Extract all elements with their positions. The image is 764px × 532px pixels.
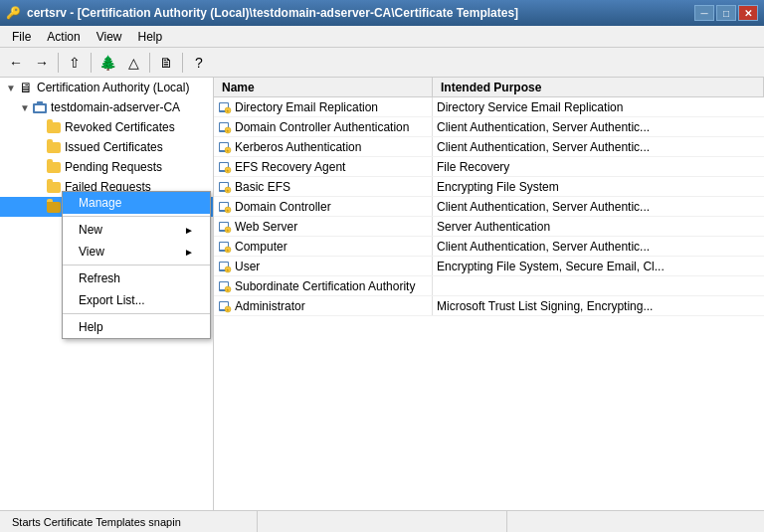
toolbar-separator xyxy=(58,53,59,73)
ctx-new[interactable]: New ► xyxy=(63,219,210,241)
list-item[interactable]: ★ Web Server Server Authentication xyxy=(214,217,764,237)
cert-name: Web Server xyxy=(235,220,297,234)
show-hide-tree-button[interactable]: 🌲 xyxy=(96,51,119,75)
folder-icon-pending xyxy=(46,159,62,175)
cell-name: ★ Domain Controller Authentication xyxy=(214,117,433,136)
ctx-new-arrow: ► xyxy=(184,225,194,236)
folder-icon-failed xyxy=(46,179,62,195)
tree-label-pending: Pending Requests xyxy=(65,160,162,174)
toolbar-separator-2 xyxy=(91,53,92,73)
cell-purpose: Microsoft Trust List Signing, Encrypting… xyxy=(433,296,764,315)
tree-item-pending[interactable]: ▶ Pending Requests xyxy=(0,157,213,177)
tree-ca-node[interactable]: ▼ testdomain-adserver-CA xyxy=(0,97,213,117)
title-bar-controls: ─ □ ✕ xyxy=(694,5,758,21)
cert-name: EFS Recovery Agent xyxy=(235,160,345,174)
list-item[interactable]: ★ Basic EFS Encrypting File System xyxy=(214,177,764,197)
spacer: ▶ xyxy=(32,120,46,134)
svg-text:★: ★ xyxy=(226,208,230,213)
tree-ca-label: testdomain-adserver-CA xyxy=(51,100,180,114)
up-button[interactable]: ⇧ xyxy=(63,51,87,75)
ctx-manage-label: Manage xyxy=(79,196,121,210)
cell-purpose: Server Authentication xyxy=(433,217,764,236)
ctx-manage[interactable]: Manage xyxy=(63,192,210,214)
cert-name: User xyxy=(235,260,260,273)
ca-icon xyxy=(32,99,48,115)
cell-purpose: Client Authentication, Server Authentic.… xyxy=(433,237,764,256)
tree-root[interactable]: ▼ 🖥 Certification Authority (Local) xyxy=(0,78,213,97)
menu-file[interactable]: File xyxy=(4,26,39,47)
menu-action[interactable]: Action xyxy=(39,26,88,47)
expand-icon-ca: ▼ xyxy=(18,100,32,114)
refresh-button[interactable]: △ xyxy=(121,51,145,75)
toolbar-separator-3 xyxy=(149,53,150,73)
svg-text:★: ★ xyxy=(226,228,230,233)
list-item[interactable]: ★ Kerberos Authentication Client Authent… xyxy=(214,137,764,157)
svg-rect-1 xyxy=(35,105,45,111)
svg-text:★: ★ xyxy=(226,267,230,272)
list-item[interactable]: ★ Administrator Microsoft Trust List Sig… xyxy=(214,296,764,316)
ctx-export[interactable]: Export List... xyxy=(63,289,210,311)
folder-icon-issued xyxy=(46,139,62,155)
cert-name: Directory Email Replication xyxy=(235,100,378,114)
app-icon: 🔑 xyxy=(6,6,21,20)
cert-name: Subordinate Certification Authority xyxy=(235,279,415,293)
close-button[interactable]: ✕ xyxy=(738,5,758,21)
ctx-view-label: View xyxy=(79,245,104,259)
title-bar: 🔑 certsrv - [Certification Authority (Lo… xyxy=(0,0,764,26)
svg-text:★: ★ xyxy=(226,108,230,113)
cell-purpose xyxy=(433,276,764,295)
maximize-button[interactable]: □ xyxy=(716,5,736,21)
cell-name: ★ Directory Email Replication xyxy=(214,97,433,116)
svg-text:★: ★ xyxy=(226,128,230,133)
list-item[interactable]: ★ User Encrypting File System, Secure Em… xyxy=(214,257,764,276)
cell-name: ★ Subordinate Certification Authority xyxy=(214,276,433,295)
ctx-help-label: Help xyxy=(79,320,103,334)
back-button[interactable]: ← xyxy=(4,51,28,75)
spacer: ▶ xyxy=(32,140,46,154)
ctx-separator-1 xyxy=(63,216,210,217)
list-header: Name Intended Purpose xyxy=(214,78,764,97)
ctx-refresh[interactable]: Refresh xyxy=(63,267,210,289)
list-item[interactable]: ★ Directory Email Replication Directory … xyxy=(214,97,764,117)
cell-purpose: Encrypting File System xyxy=(433,177,764,196)
tree-label-revoked: Revoked Certificates xyxy=(65,120,175,134)
menu-help[interactable]: Help xyxy=(130,26,171,47)
toolbar-separator-4 xyxy=(182,53,183,73)
svg-text:★: ★ xyxy=(226,188,230,193)
tree-item-issued[interactable]: ▶ Issued Certificates xyxy=(0,137,213,157)
export-button[interactable]: 🗎 xyxy=(154,51,178,75)
expand-icon: ▼ xyxy=(4,81,18,94)
menu-view[interactable]: View xyxy=(89,26,130,47)
col-header-purpose[interactable]: Intended Purpose xyxy=(433,78,764,96)
content-panel: Name Intended Purpose ★ Directory Email … xyxy=(214,78,764,510)
svg-text:★: ★ xyxy=(226,148,230,153)
svg-text:★: ★ xyxy=(226,287,230,292)
help-button[interactable]: ? xyxy=(187,51,211,75)
list-item[interactable]: ★ Subordinate Certification Authority xyxy=(214,276,764,296)
ctx-separator-2 xyxy=(63,265,210,266)
ctx-view[interactable]: View ► xyxy=(63,241,210,263)
minimize-button[interactable]: ─ xyxy=(694,5,714,21)
tree-item-revoked[interactable]: ▶ Revoked Certificates xyxy=(0,117,213,137)
status-section-2 xyxy=(258,511,507,532)
status-text: Starts Certificate Templates snapin xyxy=(8,511,258,532)
list-item[interactable]: ★ Domain Controller Client Authenticatio… xyxy=(214,197,764,217)
forward-button[interactable]: → xyxy=(30,51,54,75)
cert-name: Domain Controller Authentication xyxy=(235,120,409,134)
ctx-separator-3 xyxy=(63,313,210,314)
folder-icon-templates xyxy=(46,199,62,215)
cell-name: ★ Kerberos Authentication xyxy=(214,137,433,156)
computer-icon: 🖥 xyxy=(18,80,34,95)
tree-root-label: Certification Authority (Local) xyxy=(37,81,189,94)
cell-purpose: Client Authentication, Server Authentic.… xyxy=(433,117,764,136)
menu-bar: File Action View Help xyxy=(0,26,764,48)
list-item[interactable]: ★ Domain Controller Authentication Clien… xyxy=(214,117,764,137)
list-item[interactable]: ★ Computer Client Authentication, Server… xyxy=(214,237,764,257)
ctx-help[interactable]: Help xyxy=(63,316,210,338)
cell-name: ★ Domain Controller xyxy=(214,197,433,216)
context-menu: Manage New ► View ► Refresh Export List.… xyxy=(62,191,211,339)
cell-purpose: Encrypting File System, Secure Email, Cl… xyxy=(433,257,764,275)
col-header-name[interactable]: Name xyxy=(214,78,433,96)
cell-name: ★ User xyxy=(214,257,433,275)
list-item[interactable]: ★ EFS Recovery Agent File Recovery xyxy=(214,157,764,177)
